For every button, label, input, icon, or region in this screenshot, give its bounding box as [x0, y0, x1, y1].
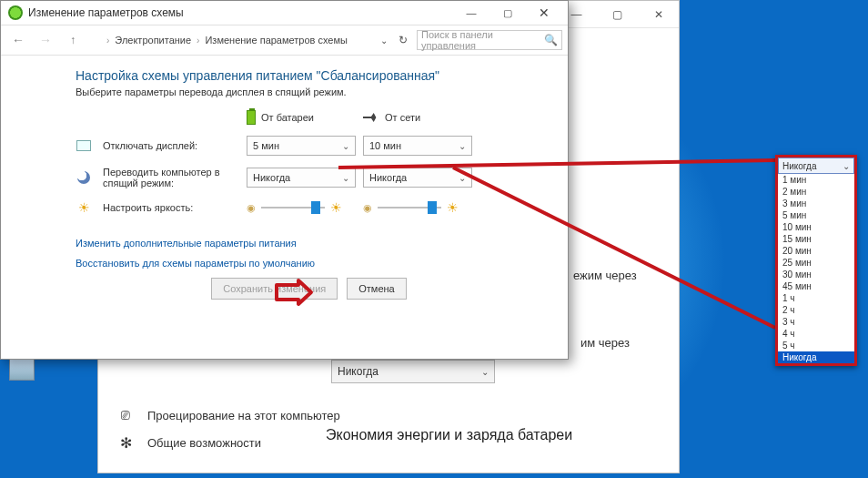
column-header-ac: От сети — [363, 112, 472, 123]
column-header-label: От батареи — [261, 112, 314, 123]
cut-text: им через — [580, 336, 630, 350]
bg-dropdown[interactable]: Никогда ⌄ — [331, 360, 495, 383]
settings-nav-label: Проецирование на этот компьютер — [147, 409, 340, 422]
close-button[interactable]: ✕ — [638, 1, 679, 27]
window-title: Изменение параметров схемы — [28, 6, 184, 19]
dropdown-option[interactable]: 5 мин — [778, 209, 854, 221]
dropdown-option[interactable]: 5 ч — [778, 340, 854, 351]
power-options-icon — [8, 5, 23, 20]
power-options-icon — [88, 34, 101, 46]
sleep-timeout-battery-dropdown[interactable]: Никогда ⌄ — [247, 168, 356, 188]
forward-button[interactable]: → — [34, 29, 57, 51]
cut-text: ежим через — [573, 269, 637, 282]
titlebar: Изменение параметров схемы — ▢ ✕ — [1, 1, 568, 25]
minimize-button[interactable]: — — [453, 1, 490, 25]
dropdown-value: 10 мин — [369, 140, 401, 151]
display-icon — [76, 137, 92, 154]
bg-dropdown-value: Никогда — [338, 365, 378, 378]
refresh-button[interactable]: ↻ — [393, 34, 413, 46]
dim-icon: ◉ — [247, 202, 256, 214]
settings-grid: От батареи От сети Отключать дисплей: 5 … — [76, 110, 542, 216]
dropdown-popup: Никогда ⌄ 1 мин2 мин3 мин5 мин10 мин15 м… — [775, 155, 857, 366]
dropdown-option-list: 1 мин2 мин3 мин5 мин10 мин15 мин20 мин25… — [778, 174, 854, 363]
row-label: Настроить яркость: — [103, 202, 239, 213]
search-placeholder: Поиск в панели управления — [421, 29, 544, 51]
dropdown-option[interactable]: 4 ч — [778, 328, 854, 340]
dropdown-option[interactable]: 45 мин — [778, 280, 854, 292]
dropdown-value: Никогда — [369, 172, 407, 183]
column-header-battery: От батареи — [247, 110, 356, 125]
dropdown-option[interactable]: 30 мин — [778, 269, 854, 280]
dropdown-option[interactable]: 2 мин — [778, 186, 854, 198]
dropdown-option[interactable]: 1 ч — [778, 292, 854, 304]
brightness-battery-slider[interactable]: ◉ ☀ — [247, 200, 356, 215]
chevron-down-icon: ⌄ — [459, 141, 466, 151]
page-heading: Настройка схемы управления питанием "Сба… — [76, 68, 542, 83]
dropdown-popup-value: Никогда — [782, 161, 816, 171]
projection-icon: ⎚ — [116, 407, 135, 423]
advanced-settings-link[interactable]: Изменить дополнительные параметры питани… — [76, 238, 542, 249]
bright-icon: ☀ — [330, 200, 342, 215]
page-subtext: Выберите параметры перевода дисплея в сп… — [76, 86, 542, 97]
sleep-timeout-ac-dropdown[interactable]: Никогда ⌄ — [363, 168, 472, 188]
row-label: Отключать дисплей: — [103, 140, 239, 151]
maximize-button[interactable]: ▢ — [490, 1, 526, 25]
dropdown-option[interactable]: 2 ч — [778, 304, 854, 316]
dropdown-option[interactable]: 1 мин — [778, 174, 854, 186]
dropdown-option[interactable]: 10 мин — [778, 221, 854, 233]
breadcrumb[interactable]: › Электропитание › Изменение параметров … — [88, 34, 377, 46]
dropdown-option[interactable]: 3 мин — [778, 198, 854, 209]
display-timeout-ac-dropdown[interactable]: 10 мин ⌄ — [363, 136, 472, 156]
settings-section-heading: Экономия энергии и заряда батареи — [326, 418, 572, 443]
share-icon: ✻ — [116, 434, 135, 452]
chevron-down-icon: ⌄ — [342, 173, 349, 183]
plug-icon — [363, 113, 379, 122]
recycle-bin-icon — [9, 359, 35, 381]
chevron-down-icon: ⌄ — [459, 173, 466, 183]
brightness-ac-slider[interactable]: ◉ ☀ — [363, 200, 472, 215]
chevron-down-icon: ⌄ — [481, 367, 489, 377]
breadcrumb-item[interactable]: Электропитание — [115, 35, 191, 46]
dim-icon: ◉ — [363, 202, 372, 214]
search-input[interactable]: Поиск в панели управления 🔍 — [417, 30, 562, 50]
back-button[interactable]: ← — [6, 29, 30, 51]
chevron-down-icon: ⌄ — [342, 141, 349, 151]
settings-nav-label: Общие возможности — [147, 436, 261, 450]
control-panel-window: Изменение параметров схемы — ▢ ✕ ← → ↑ ›… — [0, 0, 569, 360]
maximize-button[interactable]: ▢ — [597, 1, 638, 27]
dropdown-option[interactable]: 25 мин — [778, 257, 854, 269]
up-button[interactable]: ↑ — [61, 29, 85, 51]
dropdown-option[interactable]: 15 мин — [778, 233, 854, 245]
row-label: Переводить компьютер в спящий режим: — [103, 167, 239, 188]
chevron-down-icon[interactable]: ⌄ — [380, 36, 388, 46]
chevron-right-icon: › — [197, 36, 199, 46]
dropdown-value: Никогда — [253, 172, 290, 183]
cancel-button[interactable]: Отмена — [347, 278, 406, 300]
dropdown-option[interactable]: 3 ч — [778, 316, 854, 328]
search-icon: 🔍 — [544, 34, 558, 46]
chevron-right-icon: › — [106, 36, 109, 46]
breadcrumb-item[interactable]: Изменение параметров схемы — [205, 35, 347, 46]
settings-nav-item[interactable]: ⎚ Проецирование на этот компьютер — [116, 400, 340, 431]
nav-toolbar: ← → ↑ › Электропитание › Изменение парам… — [1, 25, 568, 56]
dropdown-option[interactable]: Никогда — [778, 351, 854, 363]
restore-defaults-link[interactable]: Восстановить для схемы параметры по умол… — [76, 258, 542, 269]
sun-icon: ☀ — [76, 199, 92, 216]
dropdown-option[interactable]: 20 мин — [778, 245, 854, 257]
battery-icon — [247, 110, 256, 125]
column-header-label: От сети — [385, 112, 420, 123]
close-button[interactable]: ✕ — [526, 1, 562, 25]
settings-nav-item[interactable]: ✻ Общие возможности — [116, 427, 261, 459]
dropdown-popup-head[interactable]: Никогда ⌄ — [778, 158, 854, 174]
dropdown-value: 5 мин — [253, 140, 279, 151]
moon-icon — [76, 169, 92, 186]
annotation-arrow — [275, 280, 313, 304]
display-timeout-battery-dropdown[interactable]: 5 мин ⌄ — [247, 136, 356, 156]
desktop-icon[interactable] — [4, 359, 40, 382]
chevron-down-icon: ⌄ — [843, 161, 850, 171]
bright-icon: ☀ — [447, 200, 459, 215]
